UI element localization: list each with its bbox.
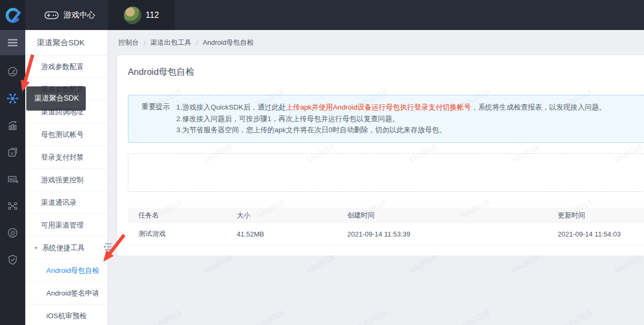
cell-task-name: 测试游戏 (128, 229, 237, 239)
cell-size: 41.52MB (237, 230, 347, 238)
quicksdk-logo-icon (4, 6, 22, 24)
sdk-hub-icon (7, 93, 18, 104)
col-updated: 更新时间 (558, 211, 644, 220)
rail-item-analytics[interactable] (0, 112, 25, 139)
breadcrumb-item-current: Android母包自检 (203, 38, 254, 47)
table-row[interactable]: 测试游戏 41.52MB 2021-09-14 11:53:39 2021-09… (128, 223, 644, 245)
shield-check-icon (7, 254, 18, 265)
user-menu[interactable]: 112 (108, 0, 175, 30)
sidebar-item-game-params[interactable]: 游戏参数配置 (25, 55, 107, 78)
breadcrumb-item-packaging-tools[interactable]: 渠道出包工具 (150, 38, 192, 47)
sidebar-group-system-tools[interactable]: ▼系统便捷工具 (25, 237, 107, 259)
sidebar-item-test-account[interactable]: 母包测试帐号 (25, 123, 107, 146)
bar-chart-icon (7, 120, 18, 131)
chevron-down-icon: ▼ (34, 237, 38, 260)
sidebar-item-android-self-check[interactable]: Android母包自检 (25, 259, 107, 282)
svg-text:@: @ (10, 229, 16, 235)
breadcrumb-separator: / (196, 39, 198, 47)
sidebar: 渠道聚合SDK 游戏参数配置 渠道参数配置 渠道回调地址 母包测试帐号 登录支付… (25, 30, 108, 325)
rail-item-channel-nodes[interactable] (0, 192, 25, 219)
notice-line1-highlight: 上传apk并使用Android设备运行母包执行登录支付切换帐号 (286, 103, 471, 111)
col-size: 大小 (237, 211, 347, 220)
rail-item-dashboard[interactable] (0, 58, 25, 85)
hamburger-icon (7, 38, 18, 47)
dashboard-gauge-icon (7, 66, 18, 77)
notice-body: 1.游戏接入QuickSDK后，通过此处上传apk并使用Android设备运行母… (176, 102, 606, 136)
page-title: Android母包自检 (128, 66, 644, 78)
product-tab-label: 游戏中心 (64, 10, 95, 20)
cell-created: 2021-09-14 11:53:39 (347, 230, 558, 238)
upload-dropzone[interactable]: 点击或拖拽上传 (128, 153, 644, 192)
rail-item-security[interactable] (0, 246, 25, 273)
gamepad-icon (44, 11, 59, 20)
rail-item-support[interactable]: @ (0, 219, 25, 246)
sidebar-item-channel-contacts[interactable]: 渠道通讯录 (25, 191, 107, 214)
sidebar-group-label: 系统便捷工具 (42, 244, 85, 252)
breadcrumb-item-console[interactable]: 控制台 (118, 38, 139, 47)
notice-label: 重要提示 (142, 102, 170, 136)
user-count-label: 112 (146, 11, 159, 20)
sidebar-title: 渠道聚合SDK (25, 30, 107, 55)
icon-rail: s AD @ (0, 30, 25, 325)
user-avatar (124, 6, 142, 24)
tab-game-center[interactable]: 游戏中心 (44, 0, 95, 30)
sidebar-item-force-update[interactable]: 游戏强更控制 (25, 169, 107, 191)
notice-line-2: 2.修改接入问题后，可按步骤1，再次上传母包并运行母包以复查问题。 (176, 113, 606, 125)
cell-updated: 2021-09-14 11:54:03 (558, 230, 644, 238)
notice-line-3: 3.为节省服务器空间，您上传的apk文件将在次日0时自动删除，切勿以此来存放母包… (176, 124, 606, 136)
breadcrumb-separator: / (144, 39, 146, 47)
col-task-name: 任务名 (128, 211, 237, 220)
s-layers-icon: s (7, 146, 18, 158)
col-created: 创建时间 (347, 211, 558, 220)
sidebar-item-channel-manage[interactable]: 可用渠道管理 (25, 214, 107, 237)
svg-text:AD: AD (9, 176, 15, 181)
notice-line1-suffix: ，系统将生成检查报表，以发现接入问题。 (471, 103, 606, 111)
notice-line1-prefix: 1.游戏接入QuickSDK后，通过此处 (176, 103, 286, 111)
task-table: 任务名 大小 创建时间 更新时间 测试游戏 41.52MB 2021-09-14… (128, 208, 644, 245)
content-card: Android母包自检 重要提示 1.游戏接入QuickSDK后，通过此处上传a… (117, 55, 644, 255)
network-nodes-icon (7, 200, 18, 212)
app-logo[interactable] (0, 0, 25, 30)
svg-text:s: s (11, 150, 13, 155)
table-header-row: 任务名 大小 创建时间 更新时间 (128, 208, 644, 223)
collapse-menu-button[interactable] (0, 30, 25, 55)
notice-line-1: 1.游戏接入QuickSDK后，通过此处上传apk并使用Android设备运行母… (176, 102, 606, 113)
rail-item-sdk-hub-active[interactable] (0, 85, 25, 112)
sidebar-tooltip: 渠道聚合SDK (26, 86, 86, 111)
sidebar-item-ios-precheck[interactable]: iOS机审预检 (25, 304, 107, 325)
sidebar-item-android-sign-apply[interactable]: Android签名申请 (25, 282, 107, 304)
sidebar-item-login-pay-ban[interactable]: 登录支付封禁 (25, 146, 107, 169)
rail-item-ad[interactable]: AD (0, 165, 25, 192)
top-bar: 游戏中心 112 (0, 0, 644, 30)
at-circle-icon: @ (7, 227, 18, 239)
rail-item-sdk-package[interactable]: s (0, 139, 25, 165)
ad-plus-icon: AD (7, 173, 18, 185)
menu-fold-icon[interactable] (103, 242, 113, 251)
important-notice: 重要提示 1.游戏接入QuickSDK后，通过此处上传apk并使用Android… (128, 95, 644, 143)
breadcrumb: 控制台 / 渠道出包工具 / Android母包自检 (108, 30, 644, 55)
main-area: 控制台 / 渠道出包工具 / Android母包自检 Android母包自检 重… (108, 30, 644, 325)
